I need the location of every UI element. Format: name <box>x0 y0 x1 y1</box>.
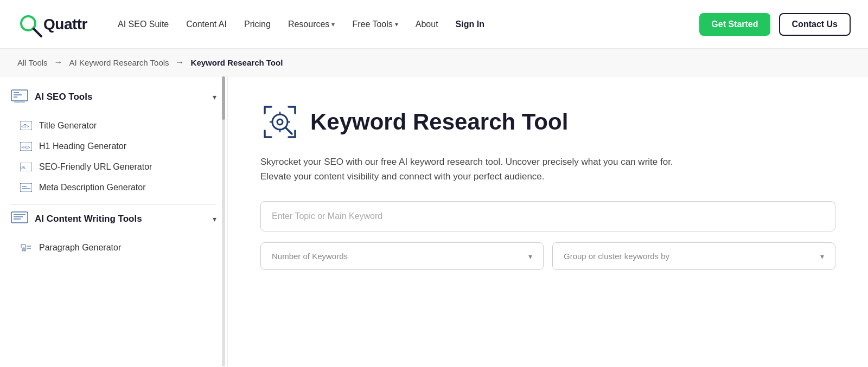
nav-ai-seo-suite[interactable]: AI SEO Suite <box>118 20 169 29</box>
ai-seo-tools-icon <box>11 89 28 105</box>
sidebar-item-url-generator[interactable]: URL SEO-Friendly URL Generator <box>11 157 216 177</box>
num-keywords-chevron-icon: ▾ <box>528 252 532 261</box>
page-title: Keyword Research Tool <box>310 110 568 134</box>
resources-chevron-icon: ▾ <box>331 21 335 28</box>
header-actions: Get Started Contact Us <box>699 13 851 36</box>
svg-text:<H1>: <H1> <box>21 145 30 150</box>
sidebar-item-title-generator[interactable]: <T> Title Generator <box>11 115 216 136</box>
svg-text:<T>: <T> <box>21 124 29 129</box>
svg-rect-13 <box>20 183 32 192</box>
breadcrumb-keyword-research-tools[interactable]: AI Keyword Research Tools <box>69 58 169 67</box>
num-keywords-dropdown[interactable]: Number of Keywords ▾ <box>260 242 544 270</box>
nav-content-ai[interactable]: Content AI <box>186 20 227 29</box>
breadcrumb-current: Keyword Research Tool <box>191 58 283 67</box>
sidebar-section-ai-content-writing-tools[interactable]: AI Content Writing Tools ▾ <box>11 211 216 227</box>
tool-header: Keyword Research Tool <box>260 102 835 141</box>
get-started-button[interactable]: Get Started <box>699 13 770 36</box>
svg-rect-16 <box>11 212 28 223</box>
paragraph-generator-icon <box>20 243 33 253</box>
tool-description: Skyrocket your SEO with our free AI keyw… <box>260 154 684 184</box>
nav-sign-in[interactable]: Sign In <box>456 20 484 29</box>
svg-line-1 <box>34 29 41 36</box>
url-generator-icon: URL <box>20 162 33 172</box>
scrollbar-track <box>222 76 225 366</box>
contact-us-button[interactable]: Contact Us <box>779 13 851 36</box>
sidebar-item-paragraph-generator[interactable]: Paragraph Generator <box>11 237 216 258</box>
main-nav: AI SEO Suite Content AI Pricing Resource… <box>118 20 682 29</box>
meta-description-icon <box>20 183 33 192</box>
svg-text:URL: URL <box>21 166 27 169</box>
sidebar-divider <box>11 204 216 205</box>
breadcrumb: All Tools → AI Keyword Research Tools → … <box>0 49 868 76</box>
header: Quattr AI SEO Suite Content AI Pricing R… <box>0 0 868 49</box>
nav-free-tools[interactable]: Free Tools ▾ <box>352 20 398 29</box>
title-generator-icon: <T> <box>20 121 33 131</box>
breadcrumb-all-tools[interactable]: All Tools <box>17 58 48 67</box>
free-tools-chevron-icon: ▾ <box>395 21 398 28</box>
svg-rect-6 <box>14 101 25 103</box>
sidebar: AI SEO Tools ▾ <T> Title Generator <H1> … <box>0 76 228 366</box>
svg-point-23 <box>277 119 283 125</box>
h1-heading-icon: <H1> <box>20 141 33 151</box>
svg-rect-2 <box>11 90 28 101</box>
nav-pricing[interactable]: Pricing <box>244 20 271 29</box>
logo-text: Quattr <box>43 16 87 33</box>
breadcrumb-arrow-2: → <box>176 57 184 67</box>
group-keywords-chevron-icon: ▾ <box>820 252 824 261</box>
nav-resources[interactable]: Resources ▾ <box>288 20 335 29</box>
ai-content-tools-chevron-icon: ▾ <box>213 215 216 223</box>
logo-icon <box>17 11 43 37</box>
ai-seo-tools-chevron-icon: ▾ <box>213 93 216 101</box>
group-keywords-dropdown[interactable]: Group or cluster keywords by ▾ <box>552 242 835 270</box>
scrollbar-thumb[interactable] <box>222 76 225 120</box>
keyword-input[interactable] <box>260 201 835 231</box>
nav-about[interactable]: About <box>416 20 438 29</box>
logo[interactable]: Quattr <box>17 11 87 37</box>
ai-content-tools-icon <box>11 211 28 227</box>
breadcrumb-arrow-1: → <box>54 57 63 67</box>
sidebar-item-h1-heading-generator[interactable]: <H1> H1 Heading Generator <box>11 136 216 157</box>
sidebar-item-meta-description-generator[interactable]: Meta Description Generator <box>11 177 216 198</box>
svg-line-28 <box>285 127 292 134</box>
sidebar-section-ai-seo-tools[interactable]: AI SEO Tools ▾ <box>11 89 216 105</box>
content-area: Keyword Research Tool Skyrocket your SEO… <box>228 76 868 366</box>
dropdowns-row: Number of Keywords ▾ Group or cluster ke… <box>260 242 835 270</box>
main-layout: AI SEO Tools ▾ <T> Title Generator <H1> … <box>0 76 868 366</box>
tool-icon <box>260 102 299 141</box>
